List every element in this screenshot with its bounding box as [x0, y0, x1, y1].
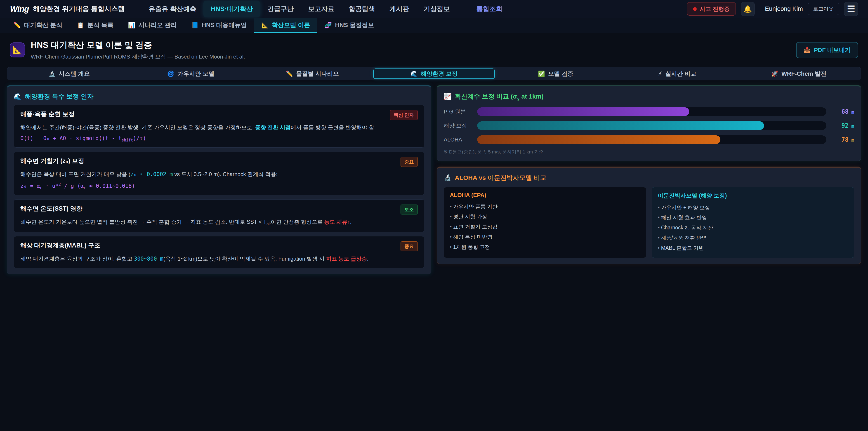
- card-title: 해수면 거칠기 (z₀) 보정: [20, 157, 84, 165]
- desc-text: (육상 1~2 km)으로 낮아 확산이 억제될 수 있음. Fumigatio…: [163, 256, 326, 262]
- pdf-export-button[interactable]: 📥 PDF 내보내기: [796, 42, 858, 58]
- hamburger-icon: ☰: [847, 4, 855, 14]
- bar-value: 92 m: [832, 122, 854, 129]
- section-tab-label: 모델 검증: [548, 70, 573, 78]
- section-tab[interactable]: 🌊 해양환경 보정: [373, 68, 495, 79]
- section-tab-label: 시스템 개요: [59, 70, 90, 78]
- subnav-tab[interactable]: 📐 확산모델 이론: [254, 18, 317, 33]
- section-tab-label: 해양환경 보정: [421, 70, 458, 78]
- subnav-tab[interactable]: 📊 시나리오 관리: [121, 18, 184, 33]
- formula-superscript: 2: [59, 182, 61, 187]
- topnav-item[interactable]: 유출유 확산예측: [141, 1, 204, 17]
- card-description: 해수면 온도가 기온보다 높으면 열적 불안정 촉진 → 수직 혼합 증가 → …: [20, 218, 418, 227]
- bar-fill: [477, 135, 720, 144]
- bar-row: P-G 원본 68 m: [444, 107, 854, 116]
- logout-button[interactable]: 로그아웃: [808, 3, 839, 15]
- section-tab[interactable]: 🔬 시스템 개요: [8, 68, 130, 79]
- bell-icon: 🔔: [743, 5, 752, 13]
- subnav-tab-label: 시나리오 관리: [138, 21, 177, 29]
- sub-nav: ✏️ 대기확산 분석 📋 분석 목록 📊 시나리오 관리 📘 HNS 대응매뉴얼…: [0, 18, 868, 33]
- feature-item: 표면 거칠기 고정값: [450, 222, 640, 232]
- card-description: 해안에서는 주간(해풍)·야간(육풍) 풍향 전환 발생. 기존 가우시안 모델…: [20, 123, 418, 131]
- topnav-item[interactable]: 게시판: [382, 1, 416, 17]
- subnav-tab-icon: 📘: [191, 22, 198, 29]
- app-title: 해양환경 위기대응 통합시스템: [33, 4, 125, 13]
- topbar: Wing 해양환경 위기대응 통합시스템 유출유 확산예측 HNS·대기확산 긴…: [0, 0, 868, 18]
- bar-track: [477, 107, 827, 116]
- incident-status-badge[interactable]: 사고 진행중: [687, 2, 736, 16]
- topnav-item[interactable]: 긴급구난: [260, 1, 301, 17]
- subnav-tab-label: 대기확산 분석: [24, 21, 62, 29]
- section-tab-label: 가우시안 모델: [178, 70, 214, 78]
- hamburger-menu-button[interactable]: ☰: [844, 2, 858, 16]
- formula-text: )/τ): [133, 135, 146, 142]
- desc-text: 해수면은 육상 대비 표면 거칠기가 매우 낮음 (: [20, 171, 130, 177]
- section-tab-bar: 🔬 시스템 개요 🌀 가우시안 모델 ✏️ 물질별 시나리오 🌊 해양환경 보정…: [7, 67, 861, 80]
- incident-label: 사고 진행중: [700, 5, 730, 13]
- subnav-tab-icon: 📐: [261, 22, 269, 29]
- model-comparison-panel: 🔬 ALOHA vs 이문진박사모델 비교 ALOHA (EPA) 가우시안 플…: [437, 166, 861, 264]
- formula-subscript: shift: [122, 138, 133, 143]
- section-tab[interactable]: ⚡ 실시간 비교: [616, 68, 738, 79]
- aloha-column: ALOHA (EPA) 가우시안 플룸 기반 평탄 지형 가정 표면 거칠기 고…: [444, 187, 646, 258]
- marine-model-column: 이문진박사모델 (해양 보정) 가우시안 + 해양 보정 해안 지형 효과 반영…: [652, 187, 854, 258]
- topnav-item[interactable]: HNS·대기확산: [204, 1, 260, 17]
- bar-value: 78 m: [832, 136, 854, 143]
- section-tab-label: 실시간 비교: [665, 70, 696, 78]
- desc-highlight: 풍향 전환 시점: [255, 124, 291, 130]
- topnav-item[interactable]: 기상정보: [416, 1, 457, 17]
- bar-track: [477, 121, 827, 130]
- comparison-panel-title: 🔬 ALOHA vs 이문진박사모델 비교: [444, 174, 854, 182]
- subnav-tab-icon: 📊: [128, 22, 135, 29]
- formula-text: · u*: [42, 183, 59, 189]
- subnav-tab-label: HNS 물질정보: [335, 21, 374, 29]
- desc-code: z₀ ≈ 0.0002 m: [130, 171, 173, 177]
- section-tab[interactable]: ✏️ 물질별 시나리오: [252, 68, 373, 79]
- subnav-tab[interactable]: ✏️ 대기확산 분석: [6, 18, 70, 33]
- feature-item: 해양 특성 미반영: [450, 232, 640, 242]
- bar-track: [477, 135, 827, 144]
- topbar-right: 사고 진행중 🔔 Eunjeong Kim 로그아웃 ☰: [687, 2, 858, 16]
- section-tab[interactable]: 🚀 WRF-Chem 발전: [738, 68, 860, 79]
- notifications-button[interactable]: 🔔: [741, 2, 755, 16]
- marine-model-feature-list: 가우시안 + 해양 보정 해안 지형 효과 반영 Charnock z₀ 동적 …: [658, 203, 848, 253]
- main-nav: 유출유 확산예측 HNS·대기확산 긴급구난 보고자료 항공탐색 게시판 기상정…: [141, 1, 510, 17]
- section-tab[interactable]: 🌀 가우시안 모델: [130, 68, 252, 79]
- section-tab[interactable]: ✅ 모델 검증: [495, 68, 616, 79]
- logo: Wing 해양환경 위기대응 통합시스템: [10, 4, 125, 14]
- section-tab-icon: 🌀: [167, 70, 174, 77]
- incident-dot-icon: [693, 7, 697, 11]
- desc-text: 이면 안정층 형성으로: [271, 219, 324, 225]
- topbar-divider: [133, 4, 133, 14]
- subnav-tab-label: 확산모델 이론: [272, 21, 310, 29]
- bar-label: 해양 보정: [444, 122, 472, 129]
- comparison-panel-title-text: ALOHA vs 이문진박사모델 비교: [455, 174, 546, 182]
- card-title: 해수면 온도(SST) 영향: [20, 205, 83, 213]
- section-tab-icon: 🚀: [771, 70, 778, 77]
- card-title: 해풍·육풍 순환 보정: [20, 110, 74, 118]
- formula-text: θ(t) = θ₀ + Δθ · sigmoid((t - t: [20, 135, 122, 142]
- desc-subscript: air: [267, 222, 271, 226]
- subnav-tab-icon: ✏️: [13, 22, 21, 29]
- topnav-item[interactable]: 통합조회: [469, 1, 510, 17]
- subnav-tab-label: HNS 대응매뉴얼: [202, 21, 247, 29]
- bar-label: P-G 원본: [444, 108, 472, 115]
- subnav-tab[interactable]: 📘 HNS 대응매뉴얼: [184, 18, 254, 33]
- desc-text: .: [350, 219, 352, 225]
- topnav-item[interactable]: 항공탐색: [342, 1, 382, 17]
- bar-label: ALOHA: [444, 136, 472, 143]
- page-title: HNS 대기확산 모델 이론 및 검증: [31, 39, 245, 51]
- desc-text: 해양 대기경계층은 육상과 구조가 상이. 혼합고: [20, 256, 134, 262]
- section-tab-icon: ✏️: [286, 70, 293, 77]
- subnav-tab[interactable]: 📋 분석 목록: [70, 18, 121, 33]
- chart-footnote: ※ D등급(중립), 풍속 5 m/s, 풍하거리 1 km 기준: [444, 149, 854, 155]
- feature-item: 가우시안 + 해양 보정: [658, 203, 848, 213]
- desc-text: vs 도시 0.5~2.0 m). Charnock 관계식 적용:: [173, 171, 278, 177]
- topnav-item[interactable]: 보고자료: [301, 1, 342, 17]
- dispersion-panel-title: 📈 확산계수 보정 비교 (σy at 1km): [444, 92, 854, 101]
- priority-badge: 핵심 인자: [390, 110, 418, 120]
- user-name: Eunjeong Kim: [765, 5, 803, 12]
- section-tab-icon: 🔬: [49, 70, 56, 77]
- factor-card-sea-land-breeze: 해풍·육풍 순환 보정 핵심 인자 해안에서는 주간(해풍)·야간(육풍) 풍향…: [14, 105, 424, 148]
- subnav-tab[interactable]: 🧬 HNS 물질정보: [317, 18, 381, 33]
